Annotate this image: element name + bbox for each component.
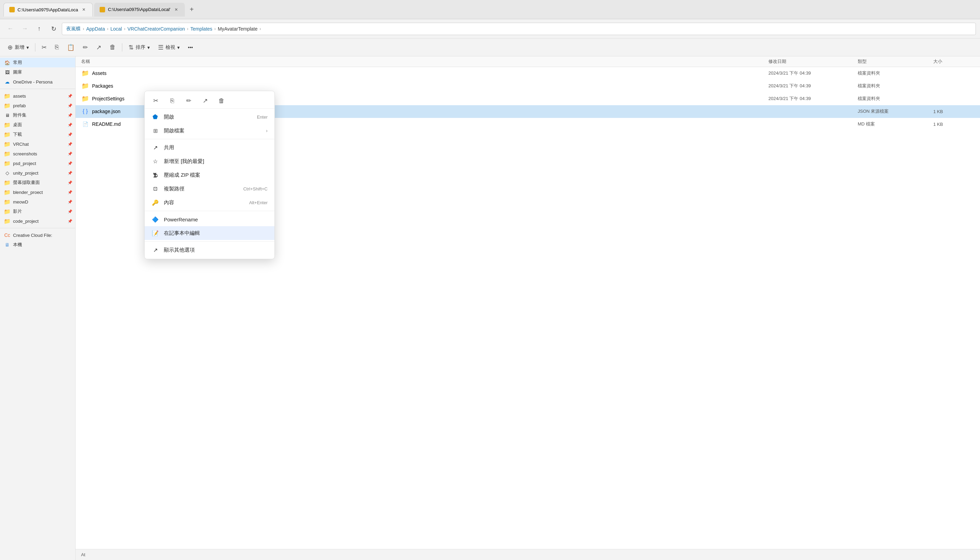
ctx-zip-item[interactable]: 🗜 壓縮成 ZIP 檔案 xyxy=(145,168,274,182)
file-size-readme: 1 KB xyxy=(933,122,975,127)
breadcrumb-sep-2: › xyxy=(124,27,125,31)
copy-button[interactable]: ⎘ xyxy=(51,42,62,53)
sidebar-item-videos[interactable]: 📁 影片 📌 xyxy=(0,207,75,216)
ctx-editnotepad-item[interactable]: 📝 在記事本中編輯 xyxy=(145,226,274,240)
tab-label-active: C:\Users\a0975\AppData\Loca xyxy=(18,7,78,12)
sort-button[interactable]: ⇅ 排序 ▾ xyxy=(125,42,153,53)
forward-button[interactable]: → xyxy=(18,23,31,35)
delete-button[interactable]: 🗑 xyxy=(106,42,119,53)
folder-icon-row-assets: 📁 xyxy=(81,69,89,77)
file-row-assets[interactable]: 📁 Assets 2024/3/21 下午 04:39 檔案資料夾 xyxy=(76,67,980,80)
sidebar-item-code-project[interactable]: 📁 code_project 📌 xyxy=(0,216,75,226)
sidebar-item-desktop[interactable]: 📁 桌面 📌 xyxy=(0,120,75,130)
refresh-button[interactable]: ↻ xyxy=(47,23,60,35)
pin-desktop: 📌 xyxy=(68,123,73,127)
file-name-assets: Assets xyxy=(92,70,768,76)
ctx-open-label: 開啟 xyxy=(164,114,252,120)
status-text: At xyxy=(81,552,85,557)
ctx-cut-button[interactable]: ✂ xyxy=(150,95,161,106)
sidebar-label-creative-cloud: Creative Cloud File: xyxy=(13,233,52,238)
sidebar-label-assets: assets xyxy=(13,93,26,99)
breadcrumb-item-1[interactable]: AppData xyxy=(86,26,105,32)
pin-unity: 📌 xyxy=(68,171,73,175)
sidebar-label-screenshots: screenshots xyxy=(13,151,37,157)
header-date[interactable]: 修改日期 xyxy=(768,58,858,65)
sidebar-item-assets[interactable]: 📁 assets 📌 xyxy=(0,91,75,101)
breadcrumb-bar[interactable]: 夜嵐蝶 › AppData › Local › VRChatCreatorCom… xyxy=(62,23,976,35)
ctx-share-button[interactable]: ↗ xyxy=(199,95,211,106)
pin-prefab: 📌 xyxy=(68,103,73,108)
context-menu[interactable]: ✂ ⎘ ✏ ↗ 🗑 ⬟ 開啟 Enter ⊞ 開啟檔案 › xyxy=(144,91,275,259)
sidebar-item-blender[interactable]: 📁 blender_proect 📌 xyxy=(0,187,75,197)
ctx-copypath-item[interactable]: ⊡ 複製路徑 Ctrl+Shift+C xyxy=(145,182,274,196)
tab-close-active[interactable]: ✕ xyxy=(81,7,87,13)
ctx-share-item[interactable]: ↗ 共用 xyxy=(145,141,274,154)
folder-icon-row-packages: 📁 xyxy=(81,82,89,90)
rename-button[interactable]: ✏ xyxy=(79,42,91,53)
breadcrumb-item-0[interactable]: 夜嵐蝶 xyxy=(66,26,81,32)
header-name[interactable]: 名稱 xyxy=(81,58,768,65)
sidebar-item-attachments[interactable]: 🖥 附件集 📌 xyxy=(0,110,75,120)
sidebar-item-screenshots[interactable]: 📁 screenshots 📌 xyxy=(0,149,75,158)
sidebar-item-downloads[interactable]: 📁 下載 📌 xyxy=(0,130,75,139)
sidebar-item-screencap[interactable]: 📁 螢幕擷取畫面 📌 xyxy=(0,178,75,187)
sidebar-item-home[interactable]: 🏠 常用 xyxy=(0,58,75,67)
sidebar-item-creative-cloud[interactable]: Cc Creative Cloud File: xyxy=(0,230,75,240)
breadcrumb-item-4[interactable]: Templates xyxy=(190,26,212,32)
new-tab-button[interactable]: + xyxy=(186,4,197,15)
sidebar-item-psd-project[interactable]: 📁 psd_project 📌 xyxy=(0,158,75,168)
breadcrumb-item-2[interactable]: Local xyxy=(110,26,121,32)
pin-meowd: 📌 xyxy=(68,200,73,204)
file-type-readme: MD 檔案 xyxy=(858,121,933,127)
ctx-openwith-item[interactable]: ⊞ 開啟檔案 › xyxy=(145,124,274,138)
cut-button[interactable]: ✂ xyxy=(38,42,50,53)
ctx-share-icon: ↗ xyxy=(151,144,159,151)
back-button[interactable]: ← xyxy=(4,23,17,35)
copy-icon: ⎘ xyxy=(55,44,59,51)
tab-close-inactive[interactable]: ✕ xyxy=(173,7,179,13)
file-name-packages: Packages xyxy=(92,83,768,89)
sidebar-item-onedrive[interactable]: ☁ OneDrive - Persona xyxy=(0,77,75,87)
ctx-moreoptions-item[interactable]: ↗ 顯示其他選項 xyxy=(145,243,274,257)
view-button[interactable]: ☰ 檢視 ▾ xyxy=(154,42,183,53)
new-button[interactable]: ⊕ 新增 ▾ xyxy=(4,42,32,53)
ctx-powerrename-item[interactable]: 🔷 PowerRename xyxy=(145,212,274,226)
file-date-packages: 2024/3/21 下午 04:39 xyxy=(768,83,858,89)
ctx-copypath-shortcut: Ctrl+Shift+C xyxy=(243,186,267,192)
share-button[interactable]: ↗ xyxy=(93,42,105,53)
ctx-open-item[interactable]: ⬟ 開啟 Enter xyxy=(145,110,274,124)
sort-label: 排序 xyxy=(136,44,145,50)
pin-screencap: 📌 xyxy=(68,180,73,185)
ctx-copy-button[interactable]: ⎘ xyxy=(166,95,178,106)
tab-inactive[interactable]: C:\Users\a0975\AppData\Local' ✕ xyxy=(94,3,185,17)
more-button[interactable]: ••• xyxy=(184,43,196,52)
folder-icon-screenshots: 📁 xyxy=(4,150,10,157)
more-icon: ••• xyxy=(188,45,193,50)
md-icon-row: 📄 xyxy=(81,120,89,128)
sidebar-label-psd: psd_project xyxy=(13,161,36,166)
sidebar-item-gallery[interactable]: 🖼 圖庫 xyxy=(0,67,75,77)
up-button[interactable]: ↑ xyxy=(33,23,45,35)
tab-active[interactable]: C:\Users\a0975\AppData\Loca ✕ xyxy=(3,3,93,17)
folder-icon-blender: 📁 xyxy=(4,189,10,195)
ctx-favorite-item[interactable]: ☆ 新增至 [我的最愛] xyxy=(145,154,274,168)
ctx-rename-button[interactable]: ✏ xyxy=(183,95,194,106)
paste-button[interactable]: 📋 xyxy=(63,42,78,53)
sidebar-item-this-pc[interactable]: 🖥 本機 xyxy=(0,240,75,250)
sidebar-item-unity-project[interactable]: ◇ unity_project 📌 xyxy=(0,168,75,178)
header-type[interactable]: 類型 xyxy=(858,58,933,65)
sidebar-item-prefab[interactable]: 📁 prefab 📌 xyxy=(0,101,75,110)
sidebar-label-prefab: prefab xyxy=(13,103,26,108)
ctx-properties-item[interactable]: 🔑 內容 Alt+Enter xyxy=(145,196,274,209)
ctx-properties-label: 內容 xyxy=(164,199,244,206)
pin-code: 📌 xyxy=(68,219,73,223)
ctx-openwith-label: 開啟檔案 xyxy=(164,128,261,134)
folder-icon-prefab: 📁 xyxy=(4,102,10,108)
sidebar-item-meowd[interactable]: 📁 meowD 📌 xyxy=(0,197,75,207)
ctx-properties-shortcut: Alt+Enter xyxy=(249,200,267,205)
header-size[interactable]: 大小 xyxy=(933,58,975,65)
breadcrumb-item-3[interactable]: VRChatCreatorCompanion xyxy=(128,26,185,32)
sidebar-item-vrchat[interactable]: 📁 VRChat 📌 xyxy=(0,139,75,149)
paste-icon: 📋 xyxy=(67,44,75,51)
ctx-delete-button[interactable]: 🗑 xyxy=(216,95,227,106)
